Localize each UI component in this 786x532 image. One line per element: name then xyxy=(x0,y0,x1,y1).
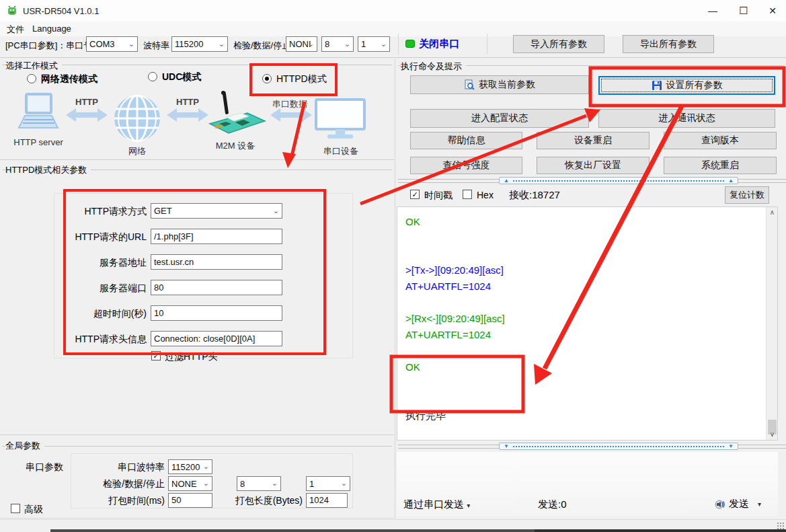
server-addr-label: 服务器地址 xyxy=(52,257,147,269)
radio-udc-mode[interactable] xyxy=(148,72,157,81)
chevron-down-icon: ⌄ xyxy=(219,39,225,48)
splitter-handle[interactable]: ▼ ▼ xyxy=(499,443,738,450)
http-method-select[interactable]: GET⌄ xyxy=(151,203,282,219)
double-arrow-icon xyxy=(270,108,312,122)
log-line xyxy=(405,391,505,408)
radio-httpd-mode[interactable] xyxy=(262,74,272,83)
advanced-checkbox[interactable] xyxy=(11,504,20,513)
timeout-input[interactable]: 10 xyxy=(151,305,282,321)
window-title: USR-DR504 V1.0.1 xyxy=(23,6,99,16)
enter-comm-button[interactable]: 进入通讯状态 xyxy=(598,109,775,128)
global-parity-select[interactable]: NONE⌄ xyxy=(168,476,212,491)
send-button[interactable]: 发送 ▾ xyxy=(715,498,761,510)
scroll-down-icon[interactable]: ∨ xyxy=(767,429,778,440)
double-arrow-icon xyxy=(66,108,108,122)
chevron-down-icon: ⌄ xyxy=(128,39,134,48)
databits-select[interactable]: 8⌄ xyxy=(321,36,354,52)
log-line: AT+UARTFL=1024 xyxy=(405,278,505,295)
log-line xyxy=(405,295,505,311)
chevron-down-icon: ⌄ xyxy=(272,479,278,488)
enter-config-button[interactable]: 进入配置状态 xyxy=(410,109,589,128)
triangle-down-icon: ▼ xyxy=(728,444,734,449)
chevron-down-icon: ⌄ xyxy=(341,479,347,488)
taskbar-edge xyxy=(535,529,786,532)
close-serial-button[interactable]: 关闭串口 xyxy=(419,38,459,50)
dropdown-arrow-icon: ▾ xyxy=(467,502,470,509)
maximize-button[interactable]: ☐ xyxy=(728,0,759,22)
com-port-select[interactable]: COM3⌄ xyxy=(86,36,138,52)
log-area[interactable]: OK >[Tx->][09:20:49][asc]AT+UARTFL=1024 … xyxy=(397,206,778,441)
filter-http-checkbox[interactable]: ✓ xyxy=(151,351,161,360)
title-bar: USR-DR504 V1.0.1 — ☐ ✕ xyxy=(0,0,786,22)
export-params-button[interactable]: 导出所有参数 xyxy=(623,35,714,53)
radio-udc-mode-label[interactable]: UDC模式 xyxy=(162,71,201,83)
speaker-icon xyxy=(715,499,725,510)
log-scrollbar[interactable]: ∧ ∨ xyxy=(766,207,777,440)
query-version-button[interactable]: 查询版本 xyxy=(664,132,777,149)
http-url-input[interactable]: /1.php[3F] xyxy=(151,229,282,244)
link2-label: HTTP xyxy=(167,97,208,107)
http-header-input[interactable]: Connection: close[0D][0A] xyxy=(151,331,282,346)
get-params-button[interactable]: 获取当前参数 xyxy=(410,75,589,94)
triangle-down-icon: ▼ xyxy=(504,444,509,449)
advanced-label: 高级 xyxy=(24,504,43,516)
hex-label: Hex xyxy=(477,190,494,200)
toolbar-divider xyxy=(398,34,399,54)
pack-len-input[interactable]: 1024 xyxy=(306,493,348,508)
timestamp-checkbox[interactable]: ✓ xyxy=(410,190,420,199)
scroll-up-icon[interactable]: ∧ xyxy=(767,207,778,218)
pack-time-input[interactable]: 50 xyxy=(168,493,212,508)
serial-params-label: 串口参数 xyxy=(26,461,63,473)
reset-count-button[interactable]: 复位计数 xyxy=(725,186,769,204)
menu-language[interactable]: Language xyxy=(30,24,74,34)
baud-select[interactable]: 115200⌄ xyxy=(171,36,228,52)
app-icon xyxy=(7,5,17,16)
filter-http-label: 过滤HTTP头 xyxy=(165,351,218,363)
server-addr-input[interactable]: test.usr.cn xyxy=(151,254,282,270)
device-restart-button[interactable]: 设备重启 xyxy=(537,132,650,149)
radio-httpd-mode-label[interactable]: HTTPD模式 xyxy=(276,73,327,85)
global-baud-select[interactable]: 115200⌄ xyxy=(168,459,212,474)
factory-reset-button[interactable]: 恢复出厂设置 xyxy=(537,157,650,174)
system-restart-button[interactable]: 系统重启 xyxy=(664,157,777,174)
menu-file[interactable]: 文件 xyxy=(4,24,27,36)
close-button[interactable]: ✕ xyxy=(757,0,786,22)
divider xyxy=(0,159,394,160)
network-label: 网络 xyxy=(113,145,161,157)
sent-counter: 发送:0 xyxy=(538,498,567,511)
global-stopbits-select[interactable]: 1⌄ xyxy=(306,476,350,491)
pc-serial-label: [PC串口参数]：串口号 xyxy=(5,40,92,52)
search-doc-icon xyxy=(464,79,475,90)
menu-bar: 文件 Language xyxy=(0,22,786,36)
stopbits-select[interactable]: 1⌄ xyxy=(358,36,390,52)
panel-divider[interactable] xyxy=(395,59,395,519)
radio-transparent-mode[interactable] xyxy=(27,74,36,83)
chevron-down-icon: ⌄ xyxy=(308,39,314,48)
recv-counter: 接收:18727 xyxy=(509,189,560,202)
triangle-up-icon: ▲ xyxy=(504,178,509,184)
divider xyxy=(2,446,392,447)
log-line xyxy=(405,246,505,262)
help-info-button[interactable]: 帮助信息 xyxy=(410,132,522,149)
send-via-serial-dropdown[interactable]: 通过串口发送 ▾ xyxy=(403,498,470,511)
httpd-section-title: HTTPD模式相关参数 xyxy=(5,164,91,176)
dropdown-arrow-icon: ▾ xyxy=(758,500,761,508)
import-params-button[interactable]: 导入所有参数 xyxy=(513,35,604,53)
splitter-handle[interactable]: ▲ ▲ xyxy=(499,177,738,184)
server-port-input[interactable]: 80 xyxy=(151,280,282,295)
baud-label: 波特率 xyxy=(143,40,169,52)
log-line: >[Tx->][09:20:49][asc] xyxy=(405,262,505,278)
log-line: OK xyxy=(405,214,505,230)
annotation-arrowhead xyxy=(282,152,296,168)
set-params-button[interactable]: 设置所有参数 xyxy=(598,76,775,95)
radio-transparent-mode-label[interactable]: 网络透传模式 xyxy=(41,73,97,85)
log-line xyxy=(405,375,505,391)
chevron-down-icon: ⌄ xyxy=(273,206,279,215)
log-line xyxy=(405,343,505,359)
global-databits-select[interactable]: 8⌄ xyxy=(237,476,281,491)
signal-strength-button[interactable]: 查信号强度 xyxy=(410,157,522,174)
parity-select[interactable]: NONI⌄ xyxy=(286,36,317,52)
hex-checkbox[interactable] xyxy=(463,190,472,199)
serial-open-indicator-icon xyxy=(405,40,415,48)
minimize-button[interactable]: — xyxy=(697,0,728,22)
